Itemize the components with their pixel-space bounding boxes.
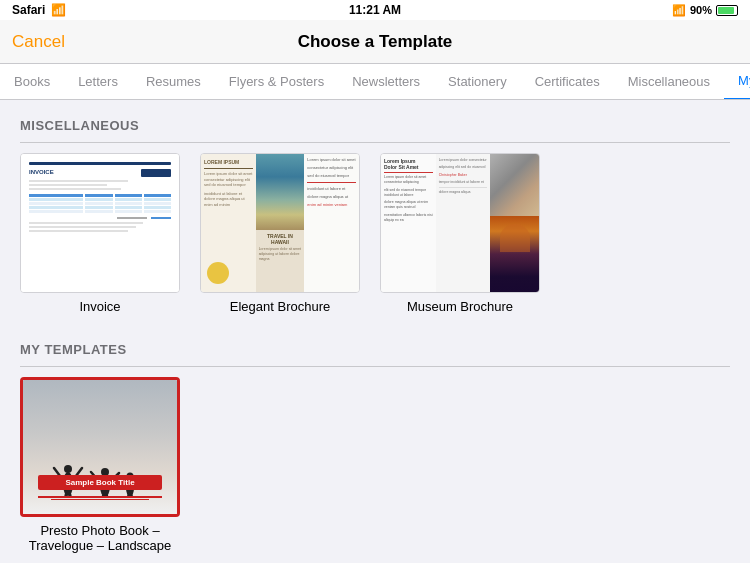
battery-percentage: 90% (690, 4, 712, 16)
template-invoice[interactable]: INVOICE (20, 153, 180, 314)
tab-stationery[interactable]: Stationery (434, 64, 521, 100)
museum-brochure-thumb: Lorem IpsumDolor Sit Amet Lorem ipsum do… (380, 153, 540, 293)
photo-book-decorative-lines (38, 496, 161, 500)
status-left: Safari 📶 (12, 3, 66, 17)
tab-bar: Books Letters Resumes Flyers & Posters N… (0, 64, 750, 100)
tab-certificates[interactable]: Certificates (521, 64, 614, 100)
presto-photo-book-label: Presto Photo Book – Travelogue – Landsca… (29, 523, 172, 553)
miscellaneous-section-header: MISCELLANEOUS (0, 100, 750, 142)
template-presto-photo-book[interactable]: Sample Book Title Presto Photo Book – Tr… (20, 377, 180, 553)
my-templates-grid: Sample Book Title Presto Photo Book – Tr… (0, 367, 750, 563)
tab-my-templates[interactable]: My Templates (724, 64, 750, 100)
invoice-label: Invoice (79, 299, 120, 314)
elegant-brochure-label: Elegant Brochure (230, 299, 330, 314)
nav-bar: Cancel Choose a Template (0, 20, 750, 64)
nav-title: Choose a Template (298, 32, 453, 52)
carrier-label: Safari (12, 3, 45, 17)
tab-newsletters[interactable]: Newsletters (338, 64, 434, 100)
tab-books[interactable]: Books (0, 64, 64, 100)
elegant-brochure-thumb: LOREM IPSUM Lorem ipsum dolor sit amet c… (200, 153, 360, 293)
photo-book-sample-title: Sample Book Title (38, 475, 161, 490)
miscellaneous-grid: INVOICE (0, 143, 750, 324)
template-elegant-brochure[interactable]: LOREM IPSUM Lorem ipsum dolor sit amet c… (200, 153, 360, 314)
content-area: MISCELLANEOUS INVOICE (0, 100, 750, 563)
museum-brochure-label: Museum Brochure (407, 299, 513, 314)
battery-icon (716, 5, 738, 16)
wifi-icon: 📶 (51, 3, 66, 17)
my-templates-title: MY TEMPLATES (20, 342, 127, 357)
status-time: 11:21 AM (349, 3, 401, 17)
status-bar: Safari 📶 11:21 AM 📶 90% (0, 0, 750, 20)
tab-miscellaneous[interactable]: Miscellaneous (614, 64, 724, 100)
status-right: 📶 90% (672, 4, 738, 17)
miscellaneous-title: MISCELLANEOUS (20, 118, 139, 133)
bluetooth-icon: 📶 (672, 4, 686, 17)
template-museum-brochure[interactable]: Lorem IpsumDolor Sit Amet Lorem ipsum do… (380, 153, 540, 314)
my-templates-section-header: MY TEMPLATES (0, 324, 750, 366)
tab-flyers[interactable]: Flyers & Posters (215, 64, 338, 100)
tab-letters[interactable]: Letters (64, 64, 132, 100)
cancel-button[interactable]: Cancel (12, 32, 65, 52)
svg-point-1 (64, 465, 72, 473)
invoice-thumb: INVOICE (20, 153, 180, 293)
presto-photo-book-thumb: Sample Book Title (20, 377, 180, 517)
tab-resumes[interactable]: Resumes (132, 64, 215, 100)
